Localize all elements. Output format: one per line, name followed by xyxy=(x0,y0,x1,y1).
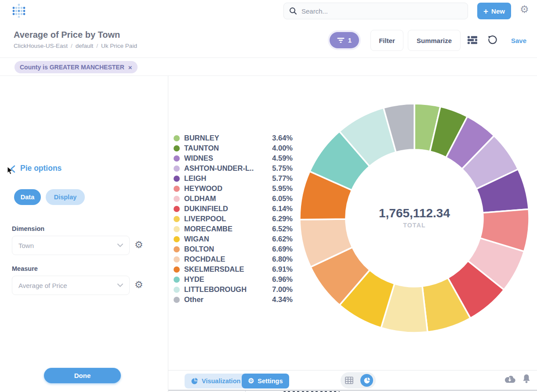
admin-gear-icon[interactable]: ⚙ xyxy=(520,4,529,14)
filter-row: County is GREATER MANCHESTER × xyxy=(0,58,537,76)
legend-item[interactable]: WIDNES4.59% xyxy=(174,153,293,163)
legend-label: HYDE xyxy=(184,275,268,284)
download-icon[interactable] xyxy=(504,375,515,385)
legend-dot xyxy=(174,196,180,202)
legend-dot xyxy=(174,206,180,212)
legend-item[interactable]: Other4.34% xyxy=(174,295,293,305)
legend-item[interactable]: HYDE6.96% xyxy=(174,274,293,284)
funnel-icon xyxy=(337,38,345,43)
legend-item[interactable]: DUKINFIELD6.14% xyxy=(174,204,293,214)
table-view-toggle[interactable] xyxy=(343,375,355,386)
notebook-editor-icon[interactable] xyxy=(468,35,477,46)
bottom-bar: Visualization ⚙ Settings xyxy=(168,370,537,390)
dimension-value: Town xyxy=(18,242,117,249)
legend-label: TAUNTON xyxy=(184,144,268,152)
legend-label: BOLTON xyxy=(184,245,268,253)
legend-percent: 7.00% xyxy=(272,285,293,294)
refresh-icon[interactable] xyxy=(487,35,497,46)
pie-options-sidebar: Pie options Data Display Dimension Town … xyxy=(0,76,168,392)
legend-percent: 6.29% xyxy=(272,215,293,223)
save-button[interactable]: Save xyxy=(511,37,526,44)
legend-item[interactable]: MORECAMBE6.52% xyxy=(174,224,293,234)
measure-select[interactable]: Average of Price xyxy=(12,276,130,295)
remove-filter-icon[interactable]: × xyxy=(128,64,132,71)
legend-percent: 6.96% xyxy=(272,275,293,284)
filter-button[interactable]: Filter xyxy=(370,30,403,51)
legend-label: ASHTON-UNDER-L.. xyxy=(184,164,268,173)
legend-item[interactable]: ASHTON-UNDER-L..5.75% xyxy=(174,163,293,173)
pie-chart-icon xyxy=(363,377,370,384)
search-input[interactable] xyxy=(301,7,462,15)
legend-item[interactable]: LEIGH5.77% xyxy=(174,173,293,183)
dimension-label: Dimension xyxy=(12,225,44,232)
filter-count-pill[interactable]: 1 xyxy=(330,32,359,48)
legend-percent: 6.69% xyxy=(272,245,293,253)
legend-percent: 6.91% xyxy=(272,265,293,273)
legend-item[interactable]: OLDHAM6.05% xyxy=(174,194,293,204)
search-icon xyxy=(289,7,297,15)
applied-filter-pill[interactable]: County is GREATER MANCHESTER × xyxy=(15,61,138,73)
results-table-sliver xyxy=(168,390,537,392)
chart-view-toggle[interactable] xyxy=(360,374,373,387)
legend-dot xyxy=(174,135,180,141)
visualization-button-label: Visualization xyxy=(202,378,240,385)
legend-item[interactable]: TAUNTON4.00% xyxy=(174,143,293,153)
chevron-down-icon xyxy=(117,244,123,247)
breadcrumb-table[interactable]: Uk Price Paid xyxy=(101,43,137,49)
legend-label: SKELMERSDALE xyxy=(184,265,268,273)
legend-percent: 5.95% xyxy=(272,184,293,193)
legend-item[interactable]: BURNLEY3.64% xyxy=(174,133,293,143)
pie-chart-svg[interactable] xyxy=(298,102,531,334)
visualization-button[interactable]: Visualization xyxy=(185,374,247,388)
legend-dot xyxy=(174,165,180,172)
search-bar[interactable] xyxy=(283,3,468,19)
legend-label: OLDHAM xyxy=(184,194,268,203)
tab-display[interactable]: Display xyxy=(46,189,85,205)
legend-percent: 5.77% xyxy=(272,174,293,183)
new-button[interactable]: + New xyxy=(477,3,511,19)
summarize-button[interactable]: Summarize xyxy=(408,30,461,51)
legend-percent: 6.14% xyxy=(272,205,293,213)
legend-item[interactable]: LIVERPOOL6.29% xyxy=(174,214,293,224)
legend-item[interactable]: SKELMERSDALE6.91% xyxy=(174,264,293,274)
legend-label: Other xyxy=(184,295,268,304)
legend-percent: 4.34% xyxy=(272,295,293,304)
legend-dot xyxy=(174,246,180,252)
dimension-gear-icon[interactable]: ⚙ xyxy=(134,240,143,250)
legend-dot xyxy=(174,297,180,303)
page-title: Average of Price by Town xyxy=(14,30,120,40)
legend-dot xyxy=(174,176,180,182)
legend-label: DUKINFIELD xyxy=(184,205,268,213)
metabase-logo-icon[interactable] xyxy=(12,4,25,18)
dimension-select[interactable]: Town xyxy=(12,236,130,255)
back-chevron-icon[interactable] xyxy=(9,165,18,173)
legend-item[interactable]: HEYWOOD5.95% xyxy=(174,183,293,194)
pie-chart-icon xyxy=(191,378,198,385)
settings-button-label: Settings xyxy=(258,378,283,385)
legend-item[interactable]: ROCHDALE6.80% xyxy=(174,254,293,264)
tab-data[interactable]: Data xyxy=(14,189,41,205)
new-button-label: New xyxy=(491,7,505,15)
applied-filter-label: County is GREATER MANCHESTER xyxy=(20,64,124,71)
legend-item[interactable]: WIGAN6.62% xyxy=(174,234,293,244)
legend-percent: 4.00% xyxy=(272,144,293,152)
legend-dot xyxy=(174,216,180,222)
chevron-down-icon xyxy=(117,284,123,287)
sidebar-title: Pie options xyxy=(20,164,62,173)
display-toggle xyxy=(341,372,376,388)
legend-item[interactable]: LITTLEBOROUGH7.00% xyxy=(174,284,293,295)
bell-icon[interactable] xyxy=(522,374,531,385)
breadcrumb-schema[interactable]: default xyxy=(76,43,94,49)
plus-icon: + xyxy=(483,7,488,15)
done-button[interactable]: Done xyxy=(44,368,121,383)
legend-percent: 6.05% xyxy=(272,194,293,203)
measure-value: Average of Price xyxy=(18,282,117,289)
top-header: + New ⚙ xyxy=(0,0,537,22)
legend-item[interactable]: BOLTON6.69% xyxy=(174,244,293,254)
settings-button[interactable]: ⚙ Settings xyxy=(242,374,289,388)
measure-gear-icon[interactable]: ⚙ xyxy=(134,280,143,290)
visualization-area: BURNLEY3.64%TAUNTON4.00%WIDNES4.59%ASHTO… xyxy=(168,76,537,392)
breadcrumb-database[interactable]: ClickHouse-US-East xyxy=(14,43,68,49)
legend-label: ROCHDALE xyxy=(184,255,268,263)
legend-percent: 3.64% xyxy=(272,134,293,142)
